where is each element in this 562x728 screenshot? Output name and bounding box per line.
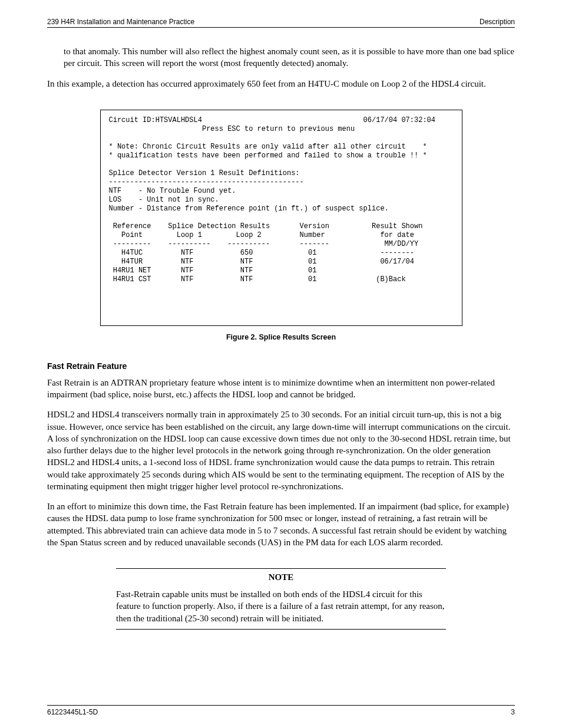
note-rule-top: [116, 568, 446, 569]
paragraph-fast-retrain-3: In an effort to minimize this down time,…: [47, 500, 515, 548]
paragraph-fast-retrain-2: HDSL2 and HDSL4 transceivers normally tr…: [47, 409, 515, 492]
page: 239 H4R Installation and Maintenance Pra…: [0, 0, 562, 728]
figure-caption: Figure 2. Splice Results Screen: [47, 333, 515, 341]
spacer: [47, 630, 515, 705]
header-left: 239 H4R Installation and Maintenance Pra…: [47, 18, 194, 26]
footer-left: 61223445L1-5D: [47, 708, 98, 716]
paragraph-example: In this example, a detection has occurre…: [47, 78, 515, 90]
footer-page-number: 3: [511, 708, 515, 716]
section-heading-fast-retrain: Fast Retrain Feature: [47, 361, 515, 371]
paragraph-fast-retrain-1: Fast Retrain is an ADTRAN proprietary fe…: [47, 377, 515, 401]
note-title: NOTE: [116, 572, 446, 582]
page-header: 239 H4R Installation and Maintenance Pra…: [47, 18, 515, 26]
page-footer: 61223445L1-5D 3: [47, 708, 515, 716]
footer-rule: [47, 705, 515, 706]
header-right: Description: [480, 18, 515, 26]
header-rule: [47, 27, 515, 28]
note-block: NOTE Fast-Retrain capable units must be …: [116, 568, 446, 630]
paragraph-continuation: to that anomaly. This number will also r…: [64, 45, 515, 70]
terminal-screen: Circuit ID:HTSVALHDSL4 06/17/04 07:32:04…: [100, 110, 462, 326]
note-body: Fast-Retrain capable units must be insta…: [116, 588, 446, 624]
